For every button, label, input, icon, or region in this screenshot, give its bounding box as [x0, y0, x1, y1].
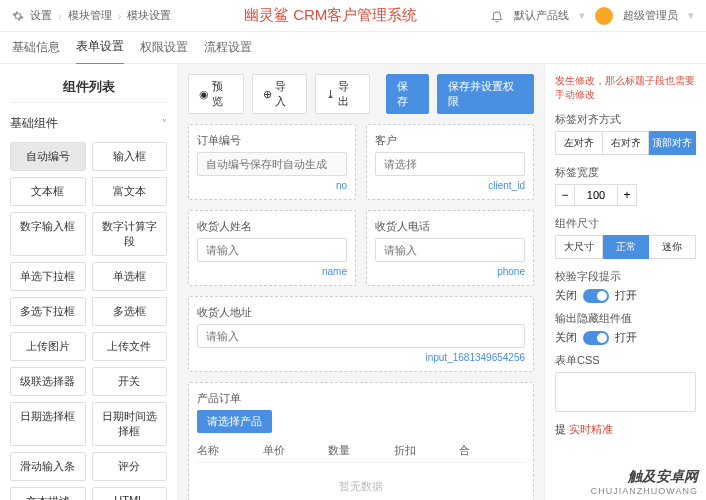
properties-panel: 发生修改，那么标题子段也需要手动修改 标签对齐方式 左对齐 右对齐 顶部对齐 标… [544, 64, 706, 500]
save-button[interactable]: 保存 [386, 74, 429, 114]
top-bar: 设置 › 模块管理 › 模块设置 幽灵鲨 CRM客户管理系统 默认产品线 ▾ 超… [0, 0, 706, 32]
field-label: 订单编号 [197, 133, 347, 148]
bell-icon[interactable] [490, 9, 504, 23]
field-order-no[interactable]: 订单编号 no [188, 124, 356, 200]
tab-perm[interactable]: 权限设置 [140, 31, 188, 64]
comp-text-desc[interactable]: 文本描述 [10, 487, 86, 500]
field-id: name [197, 266, 347, 277]
export-button[interactable]: ⤓ 导出 [315, 74, 370, 114]
field-label: 收货人姓名 [197, 219, 347, 234]
toolbar: ◉ 预览 ⊕ 导入 ⤓ 导出 保存 保存并设置权限 [188, 74, 534, 114]
size-large[interactable]: 大尺寸 [555, 235, 603, 259]
breadcrumb: 设置 › 模块管理 › 模块设置 [12, 8, 171, 23]
align-label: 标签对齐方式 [555, 112, 696, 127]
comp-cascader[interactable]: 级联选择器 [10, 367, 86, 396]
chevron-down-icon: ˅ [162, 118, 167, 129]
submit-prefix: 提 [555, 423, 566, 435]
field-recv-addr[interactable]: 收货人地址 input_1681349654256 [188, 296, 534, 372]
comp-slider[interactable]: 滑动输入条 [10, 452, 86, 481]
bc-mod-set: 模块设置 [127, 8, 171, 23]
align-right[interactable]: 右对齐 [603, 131, 650, 155]
field-recv-phone[interactable]: 收货人电话 phone [366, 210, 534, 286]
size-group: 大尺寸 正常 迷你 [555, 235, 696, 259]
comp-calc[interactable]: 数字计算字段 [92, 212, 168, 256]
comp-checkbox[interactable]: 多选框 [92, 297, 168, 326]
width-minus[interactable]: − [555, 184, 575, 206]
select-product-button[interactable]: 请选择产品 [197, 410, 272, 433]
comp-auto-no[interactable]: 自动编号 [10, 142, 86, 171]
import-button[interactable]: ⊕ 导入 [252, 74, 307, 114]
field-id: client_id [375, 180, 525, 191]
recv-name-input[interactable] [197, 238, 347, 262]
width-label: 标签宽度 [555, 165, 696, 180]
align-top[interactable]: 顶部对齐 [649, 131, 696, 155]
order-no-input[interactable] [197, 152, 347, 176]
warning-text: 发生修改，那么标题子段也需要手动修改 [555, 74, 696, 102]
field-label: 客户 [375, 133, 525, 148]
form-canvas: ◉ 预览 ⊕ 导入 ⤓ 导出 保存 保存并设置权限 订单编号 no 客户 cli… [178, 64, 544, 500]
validate-label: 校验字段提示 [555, 269, 696, 284]
size-mini[interactable]: 迷你 [649, 235, 696, 259]
comp-rate[interactable]: 评分 [92, 452, 168, 481]
align-left[interactable]: 左对齐 [555, 131, 603, 155]
hidden-on: 打开 [615, 330, 637, 345]
comp-switch[interactable]: 开关 [92, 367, 168, 396]
table-empty: 暂无数据 [197, 463, 525, 500]
width-plus[interactable]: + [617, 184, 637, 206]
bc-settings[interactable]: 设置 [30, 8, 52, 23]
field-id: input_1681349654256 [197, 352, 525, 363]
submit-rest: 实时精准 [569, 423, 613, 435]
field-id: phone [375, 266, 525, 277]
user-name[interactable]: 超级管理员 [623, 8, 678, 23]
validate-off: 关闭 [555, 288, 577, 303]
css-label: 表单CSS [555, 353, 696, 368]
width-stepper: − + [555, 184, 696, 206]
recv-addr-input[interactable] [197, 324, 525, 348]
comp-upload-file[interactable]: 上传文件 [92, 332, 168, 361]
tab-basic[interactable]: 基础信息 [12, 31, 60, 64]
comp-html[interactable]: HTML [92, 487, 168, 500]
tab-flow[interactable]: 流程设置 [204, 31, 252, 64]
hidden-off: 关闭 [555, 330, 577, 345]
top-right: 默认产品线 ▾ 超级管理员 ▾ [490, 7, 694, 25]
bc-mod-mgmt[interactable]: 模块管理 [68, 8, 112, 23]
field-id: no [197, 180, 347, 191]
gear-icon [12, 10, 24, 22]
save-perm-button[interactable]: 保存并设置权限 [437, 74, 534, 114]
size-label: 组件尺寸 [555, 216, 696, 231]
sidebar: 组件列表 基础组件˅ 自动编号 输入框 文本框 富文本 数字输入框 数字计算字段… [0, 64, 178, 500]
product-line-select[interactable]: 默认产品线 [514, 8, 569, 23]
comp-input[interactable]: 输入框 [92, 142, 168, 171]
comp-radio[interactable]: 单选框 [92, 262, 168, 291]
comp-rich[interactable]: 富文本 [92, 177, 168, 206]
tab-form[interactable]: 表单设置 [76, 30, 124, 65]
preview-button[interactable]: ◉ 预览 [188, 74, 244, 114]
validate-switch[interactable] [583, 289, 609, 303]
field-label: 收货人地址 [197, 305, 525, 320]
comp-date[interactable]: 日期选择框 [10, 402, 86, 446]
width-input[interactable] [575, 184, 617, 206]
css-textarea[interactable] [555, 372, 696, 412]
group-basic[interactable]: 基础组件˅ [10, 111, 167, 136]
size-normal[interactable]: 正常 [603, 235, 650, 259]
comp-datetime[interactable]: 日期时间选择框 [92, 402, 168, 446]
customer-select[interactable] [375, 152, 525, 176]
comp-number[interactable]: 数字输入框 [10, 212, 86, 256]
validate-on: 打开 [615, 288, 637, 303]
recv-phone-input[interactable] [375, 238, 525, 262]
comp-text[interactable]: 文本框 [10, 177, 86, 206]
comp-select-single[interactable]: 单选下拉框 [10, 262, 86, 291]
comp-upload-img[interactable]: 上传图片 [10, 332, 86, 361]
field-product-order[interactable]: 产品订单 请选择产品 名称 单价 数量 折扣 合 暂无数据 整单再优惠(金额) … [188, 382, 534, 500]
field-recv-name[interactable]: 收货人姓名 name [188, 210, 356, 286]
align-group: 左对齐 右对齐 顶部对齐 [555, 131, 696, 155]
field-label: 产品订单 [197, 391, 525, 406]
hidden-switch[interactable] [583, 331, 609, 345]
comp-select-multi[interactable]: 多选下拉框 [10, 297, 86, 326]
hidden-label: 输出隐藏组件值 [555, 311, 696, 326]
sidebar-title: 组件列表 [10, 72, 167, 103]
table-header: 名称 单价 数量 折扣 合 [197, 439, 525, 463]
avatar[interactable] [595, 7, 613, 25]
field-customer[interactable]: 客户 client_id [366, 124, 534, 200]
field-label: 收货人电话 [375, 219, 525, 234]
